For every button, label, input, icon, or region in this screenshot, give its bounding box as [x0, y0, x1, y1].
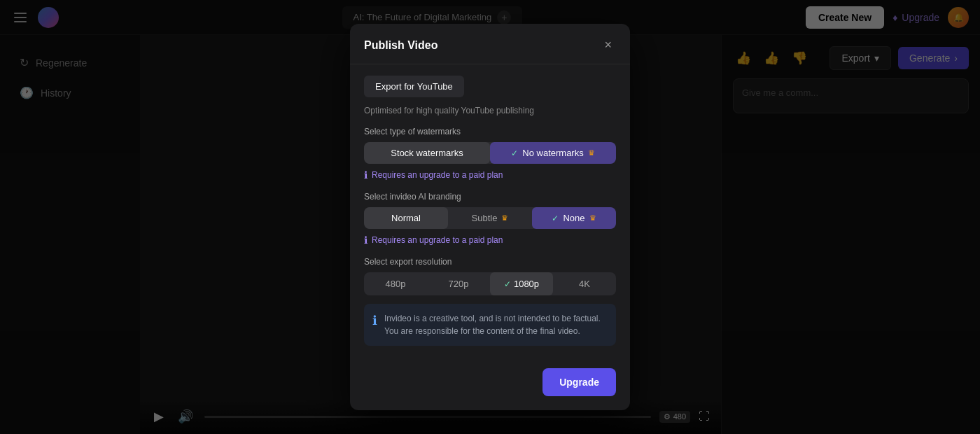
warning-box: ℹ Invideo is a creative tool, and is not… [364, 304, 616, 346]
res-720p-option[interactable]: 720p [427, 272, 490, 295]
crown-icon: ♛ [588, 148, 595, 158]
modal-overlay: Publish Video × Export for YouTube Optim… [0, 0, 980, 434]
info-icon: ℹ [364, 169, 368, 181]
branding-upgrade-text: Requires an upgrade to a paid plan [372, 235, 503, 245]
crown-icon: ♛ [589, 214, 596, 223]
modal-subtitle: Optimised for high quality YouTube publi… [364, 106, 616, 115]
no-watermarks-label: No watermarks [522, 148, 583, 158]
warning-text: Invideo is a creative tool, and is not i… [384, 312, 608, 337]
res-4k-label: 4K [579, 279, 590, 289]
stock-watermarks-option[interactable]: Stock watermarks [364, 142, 490, 164]
crown-icon: ♛ [501, 214, 508, 223]
res-480p-label: 480p [386, 279, 406, 289]
branding-section-label: Select invideo AI branding [364, 192, 616, 202]
watermarks-toggle-group: Stock watermarks ✓ No watermarks ♛ [364, 142, 616, 164]
branding-none-option[interactable]: ✓ None ♛ [532, 207, 616, 229]
res-1080p-option[interactable]: ✓ 1080p [490, 272, 553, 295]
res-480p-option[interactable]: 480p [364, 272, 427, 295]
branding-subtle-label: Subtle [472, 213, 498, 223]
check-icon: ✓ [552, 214, 559, 223]
no-watermarks-option[interactable]: ✓ No watermarks ♛ [490, 142, 616, 164]
res-1080p-label: 1080p [514, 279, 539, 289]
branding-normal-label: Normal [391, 213, 421, 223]
check-icon: ✓ [504, 279, 511, 289]
check-icon: ✓ [511, 148, 518, 158]
branding-toggle-group: Normal Subtle ♛ ✓ None ♛ [364, 207, 616, 229]
upgrade-action-button[interactable]: Upgrade [542, 368, 616, 396]
branding-upgrade-note: ℹ Requires an upgrade to a paid plan [364, 234, 616, 246]
branding-normal-option[interactable]: Normal [364, 207, 448, 229]
res-720p-label: 720p [449, 279, 469, 289]
watermarks-section-label: Select type of watermarks [364, 127, 616, 136]
modal-close-button[interactable]: × [600, 36, 616, 54]
export-for-youtube-tab[interactable]: Export for YouTube [364, 76, 464, 97]
modal-header: Publish Video × [350, 24, 630, 64]
modal-title: Publish Video [364, 39, 438, 52]
publish-video-modal: Publish Video × Export for YouTube Optim… [350, 24, 630, 410]
resolution-section-label: Select export resolution [364, 257, 616, 267]
stock-watermarks-label: Stock watermarks [391, 148, 463, 158]
warning-icon: ℹ [372, 313, 377, 337]
modal-body: Export for YouTube Optimised for high qu… [350, 64, 630, 368]
branding-none-label: None [563, 213, 584, 223]
branding-subtle-option[interactable]: Subtle ♛ [448, 207, 532, 229]
watermarks-upgrade-text: Requires an upgrade to a paid plan [372, 170, 503, 180]
modal-footer: Upgrade [350, 368, 630, 410]
watermarks-upgrade-note: ℹ Requires an upgrade to a paid plan [364, 169, 616, 181]
resolution-group: 480p 720p ✓ 1080p 4K [364, 272, 616, 295]
info-icon: ℹ [364, 234, 368, 246]
res-4k-option[interactable]: 4K [553, 272, 616, 295]
